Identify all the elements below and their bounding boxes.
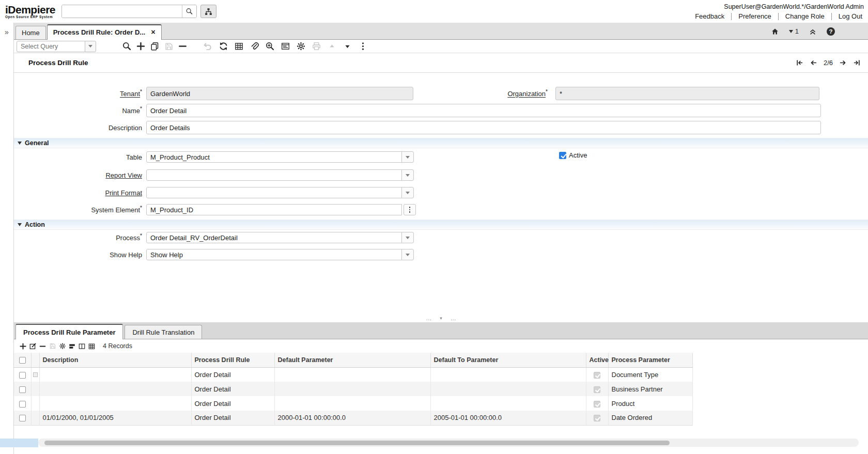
print-format-field[interactable] — [146, 187, 402, 198]
change-role-link[interactable]: Change Role — [778, 13, 831, 20]
row-select-checkbox[interactable] — [19, 401, 26, 408]
select-all-checkbox[interactable] — [19, 357, 26, 364]
undo-icon[interactable] — [200, 41, 215, 51]
column-header-default-parameter[interactable]: Default Parameter — [274, 353, 430, 367]
report-view-dropdown-button[interactable] — [401, 169, 414, 181]
column-header-description[interactable]: Description — [39, 353, 191, 367]
last-record-icon[interactable] — [853, 59, 861, 67]
help-icon[interactable]: ? — [827, 27, 835, 36]
menu-lookup-button[interactable] — [200, 5, 216, 18]
frozen-column-block — [0, 439, 38, 447]
column-header-process-parameter[interactable]: Process Parameter — [608, 353, 692, 367]
chevron-down-icon — [406, 174, 410, 177]
tab-drill-rule-translation[interactable]: Drill Rule Translation — [125, 325, 202, 339]
name-field[interactable] — [146, 104, 821, 117]
column-header-default-to-parameter[interactable]: Default To Parameter — [430, 353, 586, 367]
process-dropdown-button[interactable] — [401, 232, 414, 243]
row-select-checkbox[interactable] — [19, 386, 26, 393]
record-navigation: 2/6 — [796, 59, 861, 67]
search-icon[interactable] — [182, 5, 196, 18]
section-action[interactable]: Action — [14, 220, 868, 230]
select-query-dropdown[interactable] — [85, 41, 96, 52]
form-row-report-view: Report View — [14, 169, 414, 181]
process-field[interactable] — [146, 232, 402, 243]
column-layout-icon[interactable] — [77, 342, 87, 350]
show-help-dropdown-button[interactable] — [401, 249, 414, 260]
scrollbar-thumb[interactable] — [44, 441, 670, 445]
collapse-all-icon[interactable] — [809, 27, 817, 36]
active-readonly-checkbox — [594, 386, 600, 393]
delete-row-icon[interactable] — [38, 342, 48, 350]
preference-link[interactable]: Preference — [731, 13, 778, 20]
tenant-field[interactable] — [146, 87, 413, 100]
report-view-field[interactable] — [146, 169, 402, 181]
chevron-down-icon — [88, 45, 92, 48]
record-count: 4 Records — [103, 342, 132, 350]
column-header-active[interactable]: Active — [586, 353, 608, 367]
process-gear-icon[interactable] — [293, 41, 308, 51]
process-row-gear-icon[interactable] — [57, 342, 67, 350]
refresh-icon[interactable] — [215, 41, 231, 51]
print-icon[interactable] — [308, 41, 324, 51]
active-checkbox-row[interactable]: Active — [559, 151, 587, 159]
row-select-checkbox[interactable] — [19, 372, 26, 379]
record-log-icon[interactable] — [277, 41, 293, 51]
rows-layout-icon[interactable] — [67, 342, 77, 350]
select-all-header[interactable] — [14, 353, 31, 367]
cell-process-drill-rule: Order Detail — [191, 382, 274, 396]
cell-default-to-parameter — [430, 382, 586, 396]
new-row-icon[interactable] — [18, 342, 28, 350]
system-element-lookup-button[interactable] — [404, 204, 416, 215]
copy-record-icon[interactable] — [148, 41, 162, 51]
scrollbar-track[interactable] — [38, 439, 859, 447]
table-field[interactable] — [146, 151, 402, 163]
log-out-link[interactable]: Log Out — [831, 13, 864, 20]
save-icon[interactable] — [162, 42, 176, 51]
more-options-icon[interactable] — [355, 41, 370, 51]
system-element-field[interactable] — [146, 204, 402, 215]
delete-record-icon[interactable] — [176, 41, 190, 51]
splitter-drag-dots[interactable]: … — [451, 316, 456, 320]
tab-process-drill-rule-parameter[interactable]: Process Drill Rule Parameter — [16, 324, 123, 339]
section-general[interactable]: General — [14, 138, 868, 148]
zoom-across-icon[interactable] — [262, 41, 277, 51]
print-format-dropdown-button[interactable] — [401, 187, 414, 198]
desktop-selector[interactable]: 1 — [789, 27, 799, 35]
expand-panel-icon[interactable] — [339, 42, 355, 50]
body-row: » Home Process Drill Rule: Order D... × — [0, 23, 868, 454]
attachment-icon[interactable] — [246, 41, 262, 51]
table-row[interactable]: 01/01/2000, 01/01/2005 Order Detail 2000… — [14, 411, 692, 425]
next-record-icon[interactable] — [839, 59, 847, 67]
global-search-input[interactable] — [62, 5, 182, 18]
table-row[interactable]: Order Detail Document Type — [14, 367, 692, 382]
organization-field[interactable] — [555, 87, 819, 100]
column-header-process-drill-rule[interactable]: Process Drill Rule — [191, 353, 274, 367]
home-icon[interactable] — [771, 27, 779, 36]
panel-splitter[interactable]: … ▾ … — [14, 314, 868, 322]
first-record-icon[interactable] — [796, 59, 803, 67]
feedback-link[interactable]: Feedback — [688, 13, 731, 20]
active-checkbox[interactable] — [559, 152, 566, 159]
table-dropdown-button[interactable] — [401, 151, 414, 163]
edit-row-icon[interactable] — [28, 342, 38, 350]
new-record-icon[interactable] — [134, 41, 148, 51]
cell-default-parameter: 2000-01-01 00:00:00.0 — [274, 411, 430, 425]
row-select-checkbox[interactable] — [19, 415, 26, 421]
splitter-collapse-icon[interactable]: ▾ — [440, 316, 442, 320]
expand-sidebar-button[interactable]: » — [5, 28, 9, 36]
tab-process-drill-rule[interactable]: Process Drill Rule: Order D... × — [47, 24, 162, 40]
select-query-input[interactable] — [17, 41, 85, 52]
splitter-drag-dots[interactable]: … — [426, 316, 431, 320]
grid-view-icon[interactable] — [87, 342, 97, 350]
collapse-panel-icon[interactable] — [324, 42, 339, 50]
close-tab-icon[interactable]: × — [151, 28, 155, 36]
grid-toggle-icon[interactable] — [231, 41, 246, 51]
find-icon[interactable] — [120, 41, 134, 51]
table-row[interactable]: Order Detail Product — [14, 396, 692, 411]
save-row-icon[interactable] — [48, 342, 57, 350]
table-row[interactable]: Order Detail Business Partner — [14, 382, 692, 396]
description-field[interactable] — [146, 121, 821, 134]
tab-home[interactable]: Home — [16, 26, 46, 39]
show-help-field[interactable] — [146, 249, 402, 260]
previous-record-icon[interactable] — [810, 59, 817, 67]
